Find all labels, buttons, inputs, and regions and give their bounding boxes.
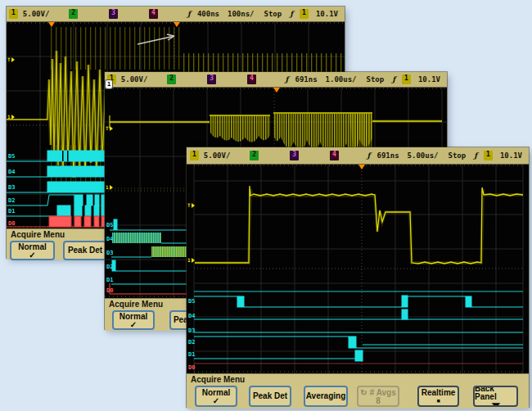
channel-2-badge: 2	[250, 151, 259, 160]
softkey-realtime[interactable]: Realtime ■	[417, 386, 459, 407]
digital-trace-d0-red	[7, 216, 121, 227]
channel-1-scale: 5.00V/	[23, 10, 50, 18]
time-ref-icon: ƒ	[367, 151, 371, 160]
run-state: Stop	[264, 10, 282, 18]
delay-readout: 691ns	[295, 75, 317, 84]
trigger-edge-icon: ƒ	[474, 151, 477, 160]
channel-4-badge: 4	[330, 151, 339, 160]
scope2-status-bar: 1 5.00V/ 2 3 4 ƒ 691ns 1.00us/ Stop ƒ 1 …	[105, 72, 447, 88]
digital-label-d3: D3	[8, 184, 15, 191]
down-arrow-icon: ▼	[489, 401, 503, 408]
window-1-badge: 1	[106, 80, 112, 88]
desktop-background: 1 5.00V/ 2 3 4 ƒ 400ns 100ns/ Stop ƒ 1 1…	[0, 0, 532, 411]
digital-label-d1: D1	[8, 208, 15, 215]
channel-4-badge: 4	[149, 9, 158, 19]
trigger-level-readout: 10.1V	[500, 151, 522, 160]
scope3-display: T 1 D5 D4 D3 D2 D1 D0	[187, 165, 529, 373]
digital-label-d5: D5	[188, 298, 195, 305]
digital-label-d2: D2	[106, 264, 113, 270]
digital-label-d5: D5	[106, 222, 113, 228]
channel-4-badge: 4	[247, 75, 256, 84]
channel-3-badge: 3	[207, 75, 216, 84]
trigger-source-badge: 1	[300, 9, 309, 19]
scope3-waveform-graphics	[187, 165, 529, 373]
softkey-peak-det[interactable]: Peak Det	[63, 241, 107, 260]
check-icon: ✓	[213, 397, 219, 404]
softkey-back-panel[interactable]: Back Panel ▼	[473, 386, 518, 407]
check-icon: ✓	[29, 251, 35, 259]
trigger-level-readout: 10.1V	[316, 10, 338, 18]
time-ref-icon: ƒ	[187, 10, 191, 18]
digital-label-d4: D4	[8, 169, 15, 175]
digital-traces	[194, 291, 523, 361]
timebase-readout: 100ns/	[228, 10, 255, 18]
softkey-peak-det[interactable]: Peak Det	[249, 386, 291, 407]
channel-1-ground-marker[interactable]: 1	[187, 257, 195, 263]
checkbox-square-icon: ■	[436, 397, 440, 404]
timebase-readout: 5.00us/	[408, 151, 439, 160]
channel-2-badge: 2	[167, 75, 176, 84]
channel-1-badge: 1	[9, 9, 18, 19]
softkey-normal[interactable]: Normal ✓	[195, 386, 237, 407]
softkey-averaging[interactable]: Averaging	[304, 386, 348, 407]
delay-readout: 400ns	[197, 10, 219, 18]
trigger-level-marker[interactable]: T	[7, 56, 15, 62]
trigger-edge-icon: ƒ	[290, 10, 293, 18]
time-reference-marker	[273, 88, 280, 96]
softkey-normal[interactable]: Normal ✓	[10, 241, 55, 260]
digital-trace-d0-red	[110, 283, 196, 294]
channel-1-ground-marker[interactable]: 1	[106, 184, 113, 190]
channel-1-ground-marker[interactable]: 1	[7, 114, 15, 120]
trigger-level-marker[interactable]: T	[106, 125, 113, 131]
digital-label-d4: D4	[188, 313, 195, 319]
channel-3-badge: 3	[109, 9, 118, 19]
digital-label-d3: D3	[188, 327, 195, 334]
digital-label-d1: D1	[188, 351, 195, 358]
digital-label-d2: D2	[8, 197, 15, 204]
run-state: Stop	[367, 75, 385, 84]
scope3-status-bar: 1 5.00V/ 2 3 4 ƒ 691ns 5.00us/ Stop ƒ 1 …	[187, 147, 529, 165]
digital-label-d3: D3	[106, 250, 113, 256]
oscilloscope-window-3: 1 5.00V/ 2 3 4 ƒ 691ns 5.00us/ Stop ƒ 1 …	[187, 147, 529, 407]
digital-label-d5: D5	[8, 153, 15, 160]
digital-label-d0: D0	[106, 287, 113, 294]
trigger-edge-icon: ƒ	[392, 75, 395, 84]
digital-traces	[110, 219, 196, 284]
delay-readout: 691ns	[376, 151, 399, 160]
trigger-level-marker[interactable]: T	[187, 202, 195, 208]
check-icon: ✓	[130, 321, 137, 328]
digital-label-d0: D0	[188, 364, 195, 371]
trigger-position-marker[interactable]	[48, 22, 55, 30]
run-state: Stop	[449, 151, 467, 160]
timebase-readout: 1.00us/	[326, 75, 357, 84]
scope3-softkey-menu: Acquire Menu Normal ✓ Peak Det Averaging…	[187, 373, 529, 409]
ch1-curtain-a	[210, 116, 270, 142]
digital-label-d2: D2	[188, 339, 195, 346]
softkey-normal[interactable]: Normal ✓	[112, 310, 155, 330]
channel-1-scale: 5.00V/	[121, 75, 148, 84]
channel-1-scale: 5.00V/	[204, 151, 231, 160]
channel-3-badge: 3	[290, 151, 299, 160]
time-reference-marker	[358, 165, 365, 173]
menu-title: Acquire Menu	[191, 375, 529, 384]
channel-2-badge: 2	[69, 9, 78, 19]
avgs-count: 8	[376, 397, 381, 404]
trigger-source-badge: 1	[484, 151, 493, 160]
ch1-trace	[195, 186, 523, 264]
scope1-status-bar: 1 5.00V/ 2 3 4 ƒ 400ns 100ns/ Stop ƒ 1 1…	[7, 7, 345, 22]
softkey-num-avgs: ↻ # Avgs 8	[357, 386, 399, 407]
cycle-icon: ↻	[360, 389, 367, 397]
time-reference-marker	[174, 22, 180, 30]
channel-1-badge: 1	[190, 151, 199, 160]
digital-label-d1: D1	[106, 277, 113, 283]
digital-label-d4: D4	[106, 236, 113, 242]
trigger-source-badge: 1	[402, 75, 411, 84]
trigger-level-readout: 10.1V	[418, 75, 440, 84]
digital-label-d0: D0	[8, 220, 15, 227]
time-ref-icon: ƒ	[286, 75, 289, 84]
